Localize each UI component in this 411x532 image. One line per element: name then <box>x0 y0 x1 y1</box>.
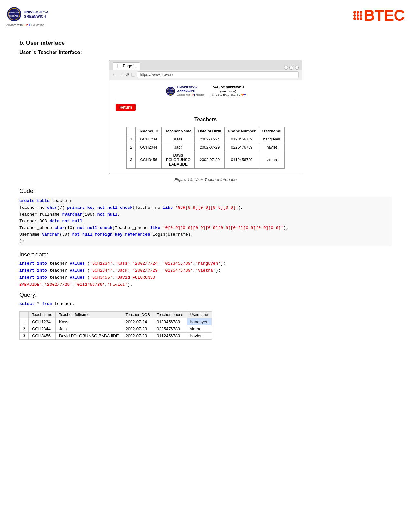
inner-emblem-icon: UNIVERSITY of GREENWICH <box>165 86 176 96</box>
result-fullname: Jack <box>55 325 122 333</box>
teacher-phone: 0112456789 <box>225 151 259 169</box>
table-row: 3 GCH3456 DavidFOLORUNSOBABAJIDE 2002-07… <box>127 151 285 169</box>
refresh-button[interactable]: ↺ <box>125 72 129 77</box>
btec-dots-icon <box>353 11 362 20</box>
result-teacher-no: GCH1234 <box>29 318 56 325</box>
result-num: 3 <box>20 333 29 340</box>
result-fullname: Kass <box>55 318 122 325</box>
row-num: 3 <box>127 151 136 169</box>
teacher-name: Kass <box>162 135 195 143</box>
inner-univ-text: UNIVERSITYof GREENWICH Alliance with FPT… <box>177 86 205 97</box>
teachers-table: Teacher ID Teacher Name Date of Birth Ph… <box>126 127 285 169</box>
result-username: vietha <box>187 325 212 333</box>
result-row: 3 GCH3456 David FOLORUNSO BABAJIDE 2002-… <box>20 333 212 340</box>
insert-code-block: insert into teacher values ('GCH1234','K… <box>19 260 392 288</box>
logo-left: UNIVERSITY of GREENWICH UNIVERSITYof GRE… <box>6 6 48 27</box>
result-teacher-no: GCH2344 <box>29 325 56 333</box>
result-header-row: Teacher_no Teacher_fullname Teacher_DOB … <box>20 312 212 318</box>
browser-controls: ← → ↺ https://www.draw.io <box>109 70 302 80</box>
code-label: Code: <box>19 188 392 195</box>
tab-icon <box>117 64 121 68</box>
alliance-text: Alliance with FPT Education <box>6 23 48 27</box>
window-dot-3 <box>295 66 299 70</box>
insert-label: Insert data: <box>19 251 392 258</box>
forward-button[interactable]: → <box>119 72 123 77</box>
result-num: 1 <box>20 318 29 325</box>
teacher-name: DavidFOLORUNSOBABAJIDE <box>162 151 195 169</box>
browser-tab[interactable]: Page 1 <box>113 62 140 70</box>
inner-viet-nam: (VIET NAM) <box>211 90 246 94</box>
result-username-highlighted: hanguyen <box>187 318 212 325</box>
table-row: 2 GCH2344 Jack 2002-07-29 0225476789 hav… <box>127 143 285 151</box>
row-num: 2 <box>127 143 136 151</box>
result-dob: 2002-07-24 <box>122 318 153 325</box>
result-username: haviet <box>187 333 212 340</box>
teacher-dob: 2002-07-29 <box>195 151 225 169</box>
page-header: UNIVERSITY of GREENWICH UNIVERSITYof GRE… <box>6 3 405 33</box>
inner-dai-hoc: DAI HOC GREENWICH <box>211 85 246 90</box>
svg-text:GREENWICH: GREENWICH <box>9 15 19 17</box>
col-header-num <box>127 127 136 135</box>
teacher-phone: 0225476789 <box>225 143 259 151</box>
inner-page-header: UNIVERSITY of GREENWICH UNIVERSITYof GRE… <box>116 85 296 100</box>
result-row: 2 GCH2344 Jack 2002-07-29 0225476789 vie… <box>20 325 212 333</box>
teacher-id: GCH3456 <box>135 151 161 169</box>
teacher-dob: 2002-07-24 <box>195 135 225 143</box>
col-header-username: Username <box>259 127 284 135</box>
btec-label: BTEC <box>364 6 405 24</box>
return-button[interactable]: Return <box>116 104 136 111</box>
svg-text:UNIVERSITY: UNIVERSITY <box>9 11 19 13</box>
result-col-num <box>20 312 29 318</box>
query-code-block: select * from teacher; <box>19 300 392 307</box>
university-logo: UNIVERSITY of GREENWICH UNIVERSITYof GRE… <box>6 6 48 22</box>
teacher-username: vietha <box>259 151 284 169</box>
result-phone: 0123456789 <box>153 318 187 325</box>
result-col-teacher-no: Teacher_no <box>29 312 56 318</box>
result-row: 1 GCH1234 Kass 2002-07-24 0123456789 han… <box>20 318 212 325</box>
svg-text:GREENWICH: GREENWICH <box>167 92 174 93</box>
teacher-phone: 0123456789 <box>225 135 259 143</box>
teacher-id: GCH2344 <box>135 143 161 151</box>
back-button[interactable]: ← <box>113 72 117 77</box>
query-label: Query: <box>19 292 392 298</box>
btec-logo-container: BTEC <box>353 6 405 24</box>
university-name-text: UNIVERSITYof GREENWICH <box>24 10 48 19</box>
result-col-fullname: Teacher_fullname <box>55 312 122 318</box>
col-header-id: Teacher ID <box>135 127 161 135</box>
code-block: create table teacher( Teacher_no char(7)… <box>19 197 392 246</box>
teacher-name: Jack <box>162 143 195 151</box>
fpt-logo: FPT <box>24 23 30 27</box>
window-dot-2 <box>289 66 293 70</box>
result-phone: 0225476789 <box>153 325 187 333</box>
result-col-phone: Teacher_phone <box>153 312 187 318</box>
browser-body: UNIVERSITY of GREENWICH UNIVERSITYof GRE… <box>109 80 302 174</box>
result-num: 2 <box>20 325 29 333</box>
page-icon <box>131 73 135 77</box>
teacher-id: GCH1234 <box>135 135 161 143</box>
university-emblem-icon: UNIVERSITY of GREENWICH <box>6 6 22 22</box>
result-col-dob: Teacher_DOB <box>122 312 153 318</box>
figure-caption: Figure 13: User Teacher interface <box>19 177 392 182</box>
teacher-username: hanguyen <box>259 135 284 143</box>
url-bar[interactable]: https://www.draw.io <box>137 71 299 78</box>
teachers-title: Teachers <box>116 117 296 122</box>
result-phone: 0112456789 <box>153 333 187 340</box>
btec-logo: BTEC <box>353 6 405 24</box>
window-controls <box>284 66 299 70</box>
tab-label: Page 1 <box>123 64 135 68</box>
inner-lien-ket: Lien ket voi TE choi Giao duc FPT <box>211 93 246 97</box>
table-row: 1 GCH1234 Kass 2002-07-24 0123456789 han… <box>127 135 285 143</box>
result-col-username: Username <box>187 312 212 318</box>
browser-tab-bar: Page 1 <box>109 60 302 70</box>
sub-heading: User 's Teacher interface: <box>19 50 392 55</box>
row-num: 1 <box>127 135 136 143</box>
inner-university-logo: UNIVERSITY of GREENWICH UNIVERSITYof GRE… <box>165 86 205 97</box>
inner-right-text: DAI HOC GREENWICH (VIET NAM) Lien ket vo… <box>211 85 246 97</box>
col-header-phone: Phone Number <box>225 127 259 135</box>
section-heading: b. User interface <box>19 40 392 46</box>
browser-mockup: Page 1 ← → ↺ https://www.draw.io <box>109 60 302 174</box>
teacher-username: haviet <box>259 143 284 151</box>
result-dob: 2002-07-29 <box>122 333 153 340</box>
window-dot-1 <box>284 66 288 70</box>
main-content: b. User interface User 's Teacher interf… <box>6 40 405 340</box>
